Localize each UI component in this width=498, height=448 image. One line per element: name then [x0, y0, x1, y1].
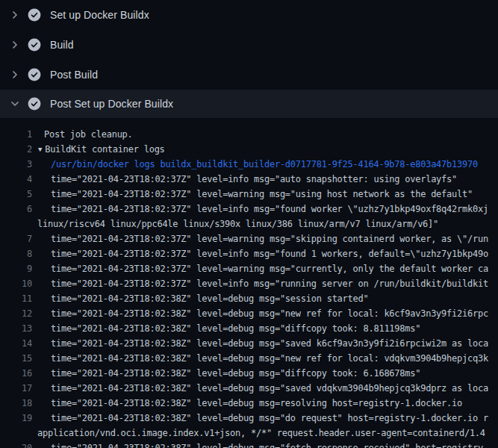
log-line: 10 ▼ time="2021-04-23T18:02:37Z" level=i…: [0, 276, 498, 291]
log-line: 8 ▼ time="2021-04-23T18:02:37Z" level=in…: [0, 246, 498, 261]
log-line: 20 ▼ time="2021-04-23T18:02:38Z" level=d…: [0, 441, 498, 448]
step-list: Set up Docker Buildx Build P: [0, 0, 498, 118]
group-caret-icon[interactable]: ▼: [38, 142, 42, 157]
line-number[interactable]: 16: [0, 366, 32, 381]
log-text: time="2021-04-23T18:02:37Z" level=info m…: [51, 246, 488, 261]
log-line: 7 ▼ time="2021-04-23T18:02:37Z" level=wa…: [0, 231, 498, 246]
log-line: 19 ▼ time="2021-04-23T18:02:38Z" level=d…: [0, 411, 498, 426]
log-line: ▼ linux/riscv64 linux/ppc64le linux/s390…: [0, 217, 498, 231]
log-text: time="2021-04-23T18:02:38Z" level=debug …: [51, 306, 488, 321]
log-text: time="2021-04-23T18:02:38Z" level=debug …: [51, 291, 368, 306]
log-text: time="2021-04-23T18:02:37Z" level=info m…: [51, 276, 488, 291]
command-text: /usr/bin/docker logs buildx_buildkit_bui…: [51, 157, 478, 172]
line-number[interactable]: [0, 217, 32, 231]
line-number[interactable]: 12: [0, 306, 32, 321]
log-panel: 1 ▼ Post job cleanup. 2 ▼ BuildKit conta…: [0, 118, 498, 448]
line-number[interactable]: 4: [0, 172, 32, 187]
check-circle-icon: [28, 68, 41, 81]
log-text: time="2021-04-23T18:02:37Z" level=warnin…: [51, 261, 488, 276]
log-line: 13 ▼ time="2021-04-23T18:02:38Z" level=d…: [0, 321, 498, 336]
log-text: time="2021-04-23T18:02:38Z" level=debug …: [51, 381, 488, 396]
chevron-right-icon: [9, 9, 21, 21]
line-number[interactable]: 9: [0, 261, 32, 276]
line-number[interactable]: 10: [0, 276, 32, 291]
log-line: 12 ▼ time="2021-04-23T18:02:38Z" level=d…: [0, 306, 498, 321]
line-number[interactable]: 19: [0, 411, 32, 426]
line-number[interactable]: 18: [0, 396, 32, 411]
log-line: ▼ application/vnd.oci.image.index.v1+jso…: [0, 426, 498, 441]
step-title: Build: [50, 39, 74, 51]
line-number[interactable]: 6: [0, 202, 32, 217]
line-number[interactable]: 13: [0, 321, 32, 336]
log-text: Post job cleanup.: [44, 127, 133, 142]
log-text: linux/riscv64 linux/ppc64le linux/s390x …: [37, 217, 438, 231]
step-header-post-set-up-docker-buildx[interactable]: Post Set up Docker Buildx: [0, 90, 498, 118]
line-number[interactable]: 15: [0, 351, 32, 366]
step-header-build[interactable]: Build: [0, 30, 498, 60]
check-circle-icon: [28, 8, 41, 22]
step-title: Post Build: [50, 69, 98, 81]
line-number[interactable]: 20: [0, 441, 32, 448]
line-number[interactable]: 14: [0, 336, 32, 351]
log-line: 1 ▼ Post job cleanup.: [0, 127, 498, 142]
log-line: 6 ▼ time="2021-04-23T18:02:37Z" level=in…: [0, 202, 498, 217]
step-title: Set up Docker Buildx: [50, 9, 149, 21]
log-line: 16 ▼ time="2021-04-23T18:02:38Z" level=d…: [0, 366, 498, 381]
log-text: time="2021-04-23T18:02:38Z" level=debug …: [51, 366, 420, 381]
log-line: 5 ▼ time="2021-04-23T18:02:37Z" level=wa…: [0, 187, 498, 202]
line-number[interactable]: 5: [0, 187, 32, 202]
line-number[interactable]: 1: [0, 127, 32, 142]
check-circle-icon: [28, 38, 41, 52]
log-text: time="2021-04-23T18:02:37Z" level=info m…: [51, 172, 457, 187]
line-number[interactable]: 7: [0, 231, 32, 246]
chevron-down-icon: [9, 98, 21, 110]
step-header-set-up-docker-buildx[interactable]: Set up Docker Buildx: [0, 0, 498, 30]
log-text: time="2021-04-23T18:02:37Z" level=info m…: [51, 202, 488, 217]
log-text: time="2021-04-23T18:02:38Z" level=debug …: [51, 351, 488, 366]
log-text: application/vnd.oci.image.index.v1+json,…: [37, 426, 485, 441]
step-header-post-build[interactable]: Post Build: [0, 60, 498, 90]
log-line: 17 ▼ time="2021-04-23T18:02:38Z" level=d…: [0, 381, 498, 396]
log-text: time="2021-04-23T18:02:37Z" level=warnin…: [51, 187, 473, 202]
log-line: 2 ▼ BuildKit container logs: [0, 142, 498, 157]
check-circle-icon: [28, 97, 41, 111]
log-text: time="2021-04-23T18:02:38Z" level=debug …: [51, 441, 488, 448]
log-text: BuildKit container logs: [45, 142, 164, 157]
actions-log-viewer: Set up Docker Buildx Build P: [0, 0, 498, 448]
line-number[interactable]: [0, 426, 32, 441]
log-line: 15 ▼ time="2021-04-23T18:02:38Z" level=d…: [0, 351, 498, 366]
log-text: time="2021-04-23T18:02:37Z" level=warnin…: [51, 231, 488, 246]
log-line: 4 ▼ time="2021-04-23T18:02:37Z" level=in…: [0, 172, 498, 187]
log-line: 14 ▼ time="2021-04-23T18:02:38Z" level=d…: [0, 336, 498, 351]
log-text: time="2021-04-23T18:02:38Z" level=debug …: [51, 411, 488, 426]
chevron-right-icon: [9, 69, 21, 81]
log-line: 3 ▼ /usr/bin/docker logs buildx_buildkit…: [0, 157, 498, 172]
line-number[interactable]: 2: [0, 142, 32, 157]
log-text: time="2021-04-23T18:02:38Z" level=debug …: [51, 396, 462, 411]
line-number[interactable]: 8: [0, 246, 32, 261]
log-line: 18 ▼ time="2021-04-23T18:02:38Z" level=d…: [0, 396, 498, 411]
line-number[interactable]: 3: [0, 157, 32, 172]
line-number[interactable]: 11: [0, 291, 32, 306]
log-text: time="2021-04-23T18:02:38Z" level=debug …: [51, 336, 488, 351]
line-number[interactable]: 17: [0, 381, 32, 396]
step-title: Post Set up Docker Buildx: [50, 98, 173, 110]
log-text: time="2021-04-23T18:02:38Z" level=debug …: [51, 321, 420, 336]
log-line: 11 ▼ time="2021-04-23T18:02:38Z" level=d…: [0, 291, 498, 306]
log-line: 9 ▼ time="2021-04-23T18:02:37Z" level=wa…: [0, 261, 498, 276]
chevron-right-icon: [9, 39, 21, 51]
